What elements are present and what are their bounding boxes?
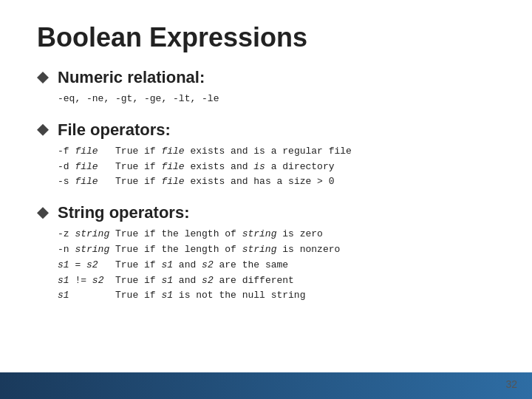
section-file-heading: File operators:	[37, 120, 495, 140]
section-string: String operators: -z string True if the …	[37, 203, 495, 304]
slide-title: Boolean Expressions	[37, 22, 495, 53]
page-number: 32	[505, 378, 517, 390]
bottom-bar	[0, 372, 532, 399]
bullet-icon-file	[37, 124, 49, 136]
code-string: -z string True if the length of string i…	[58, 227, 495, 304]
bullet-icon-string	[37, 207, 49, 219]
code-numeric: -eq, -ne, -gt, -ge, -lt, -le	[58, 92, 495, 107]
code-file: -f file True if file exists and is a reg…	[58, 144, 495, 190]
section-numeric-heading: Numeric relational:	[37, 68, 495, 87]
section-numeric: Numeric relational: -eq, -ne, -gt, -ge, …	[37, 68, 495, 107]
slide: Boolean Expressions Numeric relational: …	[0, 0, 532, 399]
section-string-heading: String operators:	[37, 203, 495, 222]
bullet-icon-numeric	[37, 72, 49, 83]
section-file: File operators: -f file True if file exi…	[37, 120, 495, 190]
